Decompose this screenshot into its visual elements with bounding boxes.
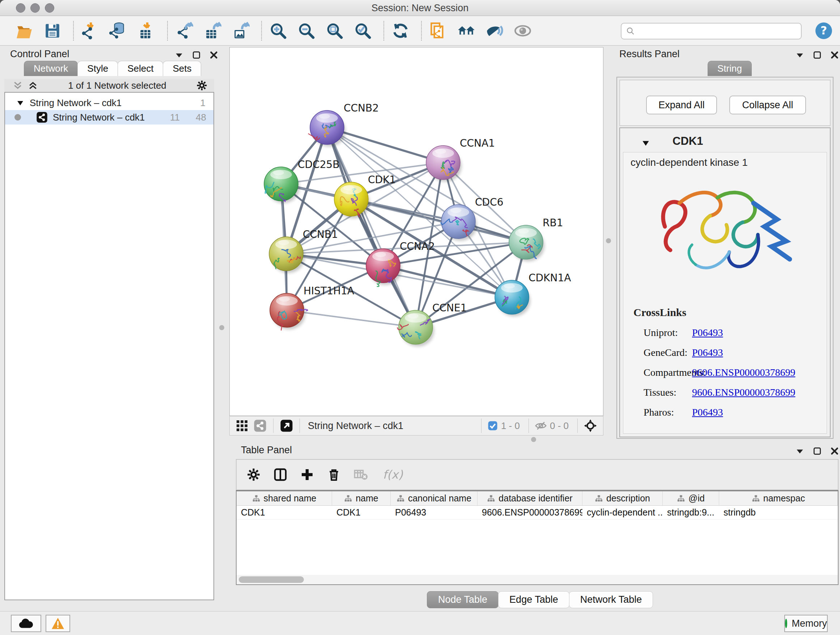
table-cell[interactable]: stringdb:9... — [663, 506, 719, 519]
column-header-description[interactable]: description — [583, 491, 663, 505]
zoom-fit-content-button[interactable] — [325, 21, 344, 41]
birdseye-view-icon[interactable] — [235, 418, 249, 433]
zoom-selected-button[interactable] — [353, 21, 373, 41]
float-window-icon[interactable] — [813, 447, 822, 456]
column-header-shared-name[interactable]: shared name — [237, 491, 332, 505]
table-horizontal-scrollbar[interactable] — [237, 575, 838, 584]
node-RB1[interactable] — [509, 225, 545, 261]
fit-selection-crosshair-icon[interactable] — [584, 419, 597, 432]
right-splitter-handle[interactable] — [606, 238, 611, 243]
close-panel-icon[interactable] — [830, 50, 839, 60]
table-cell[interactable]: CDK1 — [237, 506, 332, 519]
tab-select[interactable]: Select — [118, 61, 163, 76]
search-field[interactable] — [621, 23, 802, 40]
node-table[interactable]: shared name name canonical name database… — [236, 490, 838, 585]
table-cell[interactable]: cyclin-dependent ... — [583, 506, 663, 519]
table-options-gear-icon[interactable] — [245, 466, 262, 483]
node-CCNA2[interactable] — [366, 249, 401, 287]
delete-column-icon[interactable] — [325, 466, 342, 483]
hide-selected-icon — [485, 22, 504, 40]
function-builder-icon[interactable]: f(x) — [379, 466, 412, 483]
column-header-canonical-name[interactable]: canonical name — [391, 491, 477, 505]
collapse-all-button[interactable]: Collapse All — [729, 96, 806, 114]
export-table-button[interactable] — [202, 21, 222, 41]
delete-table-icon[interactable] — [352, 466, 369, 483]
network-row[interactable]: String Network – cdk1 11 48 — [5, 110, 213, 125]
network-options-gear-icon[interactable] — [196, 80, 208, 91]
collapse-all-icon[interactable] — [12, 80, 23, 91]
show-all-button[interactable] — [513, 21, 532, 41]
tab-network[interactable]: Network — [24, 61, 78, 76]
column-header--id[interactable]: @id — [663, 491, 719, 505]
crosslink-link[interactable]: 9606.ENSP00000378699 — [692, 386, 795, 398]
help-button[interactable]: ? — [815, 22, 833, 40]
string-style-icon[interactable] — [253, 418, 267, 433]
node-CDK1[interactable] — [334, 182, 370, 218]
float-window-icon[interactable] — [813, 50, 822, 60]
import-network-from-file-button[interactable] — [80, 21, 100, 41]
save-session-button[interactable] — [43, 21, 62, 41]
expand-all-button[interactable]: Expand All — [646, 96, 717, 114]
selected-checkbox-icon[interactable] — [487, 420, 498, 431]
search-input[interactable] — [639, 25, 797, 37]
collection-expander-icon[interactable] — [16, 98, 25, 107]
edge-HIST1H1A-CCNE1[interactable] — [287, 310, 416, 327]
close-panel-icon[interactable] — [830, 447, 839, 456]
node-CDKN1A[interactable] — [495, 280, 531, 317]
tab-node-table[interactable]: Node Table — [427, 591, 499, 608]
node-CDC25B[interactable] — [264, 167, 300, 203]
column-header-name[interactable]: name — [332, 491, 391, 505]
entry-expander-icon[interactable] — [641, 138, 651, 148]
warnings-button[interactable] — [46, 615, 70, 632]
network-canvas[interactable]: CCNB2CCNA1CDC25BCDK1CDC6RB1CCNB1CCNA2CDK… — [229, 47, 603, 416]
crosslink-link[interactable]: P06493 — [692, 327, 723, 339]
network-collection-row[interactable]: String Network – cdk1 1 — [5, 96, 213, 110]
table-cell[interactable]: CDK1 — [332, 506, 391, 519]
memory-button[interactable]: Memory — [784, 615, 828, 632]
node-CCNA1[interactable] — [426, 146, 462, 182]
show-columns-icon[interactable] — [272, 466, 289, 483]
tab-network-table[interactable]: Network Table — [569, 591, 653, 608]
apply-preferred-layout-button[interactable] — [391, 21, 410, 41]
new-network-from-selection-button[interactable] — [428, 21, 448, 41]
column-header-database-identifier[interactable]: database identifier — [477, 491, 583, 505]
scrollbar-thumb[interactable] — [239, 576, 304, 583]
float-window-icon[interactable] — [192, 50, 201, 60]
expand-all-icon[interactable] — [27, 80, 38, 91]
table-cell[interactable]: 9606.ENSP00000378699 — [477, 506, 583, 519]
table-row[interactable]: CDK1CDK1P064939606.ENSP00000378699cyclin… — [237, 506, 838, 519]
node-CCNE1[interactable] — [397, 310, 434, 347]
cloud-status-button[interactable] — [11, 615, 41, 632]
tab-edge-table[interactable]: Edge Table — [498, 591, 569, 608]
create-column-icon[interactable] — [299, 466, 316, 483]
node-HIST1H1A[interactable] — [270, 293, 308, 331]
crosslink-link[interactable]: 9606.ENSP00000378699 — [692, 367, 795, 378]
tab-style[interactable]: Style — [77, 61, 118, 76]
float-menu-icon[interactable] — [795, 447, 805, 456]
crosslink-link[interactable]: P06493 — [692, 347, 723, 358]
first-neighbors-button[interactable] — [456, 21, 476, 41]
float-menu-icon[interactable] — [795, 50, 805, 60]
import-table-from-file-button[interactable] — [137, 21, 156, 41]
float-menu-icon[interactable] — [174, 50, 184, 60]
node-CCNB2[interactable] — [308, 111, 346, 147]
close-panel-icon[interactable] — [209, 50, 218, 60]
export-network-button[interactable] — [174, 21, 194, 41]
table-cell[interactable]: P06493 — [391, 506, 477, 519]
column-header-namespac[interactable]: namespac — [719, 491, 838, 505]
export-image-button[interactable] — [231, 21, 250, 41]
open-in-window-icon[interactable] — [279, 418, 294, 433]
bottom-splitter-handle[interactable] — [531, 437, 536, 442]
zoom-in-button[interactable] — [268, 21, 288, 41]
table-cell[interactable]: stringdb — [719, 506, 838, 519]
left-splitter-handle[interactable] — [219, 325, 224, 330]
import-network-from-database-button[interactable] — [109, 21, 128, 41]
edge-CCNB2-CCNE1[interactable] — [327, 127, 416, 327]
crosslink-link[interactable]: P06493 — [692, 407, 723, 418]
hide-selected-button[interactable] — [485, 21, 504, 41]
tab-sets[interactable]: Sets — [163, 61, 201, 76]
tab-string[interactable]: String — [707, 61, 752, 76]
open-session-button[interactable] — [14, 21, 34, 41]
zoom-out-button[interactable] — [297, 21, 316, 41]
string-network-graph[interactable]: CCNB2CCNA1CDC25BCDK1CDC6RB1CCNB1CCNA2CDK… — [230, 48, 603, 416]
